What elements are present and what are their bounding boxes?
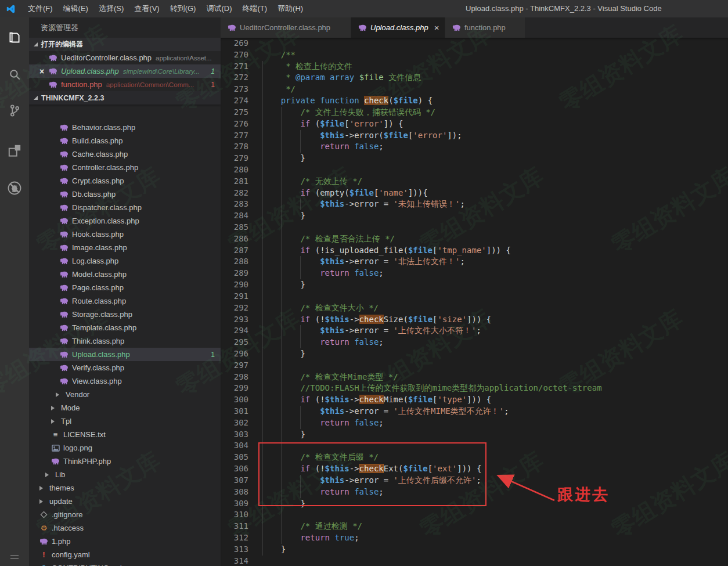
code-line[interactable]: 270 /** bbox=[221, 49, 728, 61]
workspace-root-header[interactable]: THINKCMFX_2.2.3 bbox=[29, 91, 221, 104]
code-line[interactable]: 282 if (empty($file['name'])){ bbox=[221, 188, 728, 199]
code-line[interactable]: 303 } bbox=[221, 429, 728, 441]
code-line[interactable]: 297 bbox=[221, 360, 728, 372]
open-editor-UeditorController.class.php[interactable]: UeditorController.class.phpapplication\A… bbox=[29, 51, 221, 64]
code-line[interactable]: 290 } bbox=[221, 279, 728, 291]
code-line[interactable]: 296 } bbox=[221, 348, 728, 360]
code-line[interactable]: 314 bbox=[221, 556, 728, 566]
tree-item-Mode[interactable]: Mode bbox=[29, 401, 221, 414]
tree-item-1.php[interactable]: 1.php bbox=[29, 535, 221, 548]
tree-item-Vendor[interactable]: Vendor bbox=[29, 388, 221, 401]
code-line[interactable]: 281 /* 无效上传 */ bbox=[221, 176, 728, 188]
tree-item-CONTRIBUTING.md[interactable]: CONTRIBUTING.md bbox=[29, 561, 221, 566]
code-line[interactable]: 292 /* 检查文件大小 */ bbox=[221, 302, 728, 314]
menu-item[interactable]: 选择(S) bbox=[93, 0, 129, 17]
close-icon[interactable]: × bbox=[434, 23, 439, 33]
tree-item-ThinkPHP.php[interactable]: ThinkPHP.php bbox=[29, 455, 221, 468]
code-line[interactable]: 301 $this->error = '上传文件MIME类型不允许！'; bbox=[221, 406, 728, 417]
debug-icon[interactable] bbox=[0, 174, 29, 202]
tree-item-Route.class.php[interactable]: Route.class.php bbox=[29, 294, 221, 308]
close-icon[interactable]: × bbox=[37, 67, 46, 76]
extensions-icon[interactable] bbox=[0, 137, 29, 165]
menu-item[interactable]: 帮助(H) bbox=[272, 0, 308, 17]
tree-item-View.class.php[interactable]: View.class.php bbox=[29, 374, 221, 388]
source-control-icon[interactable] bbox=[0, 96, 29, 124]
tree-item-themes[interactable]: themes bbox=[29, 481, 221, 495]
code-line[interactable]: 269 bbox=[221, 38, 728, 49]
code-line[interactable]: 311 /* 通过检测 */ bbox=[221, 521, 728, 532]
code-line[interactable]: 278 return false; bbox=[221, 141, 728, 153]
code-line[interactable]: 310 bbox=[221, 509, 728, 521]
menu-item[interactable]: 终端(T) bbox=[237, 0, 272, 17]
tree-item-Storage.class.php[interactable]: Storage.class.php bbox=[29, 308, 221, 321]
tree-item-Log.class.php[interactable]: Log.class.php bbox=[29, 254, 221, 268]
code-line[interactable]: 291 bbox=[221, 291, 728, 302]
tree-item-Lib[interactable]: Lib bbox=[29, 468, 221, 481]
code-token: private bbox=[281, 96, 315, 105]
code-line[interactable]: 276 if ($file['error']) { bbox=[221, 118, 728, 130]
code-line[interactable]: 273 */ bbox=[221, 84, 728, 95]
code-line[interactable]: 280 bbox=[221, 164, 728, 176]
tree-item-Model.class.php[interactable]: Model.class.php bbox=[29, 268, 221, 281]
code-line[interactable]: 283 $this->error = '未知上传错误！'; bbox=[221, 199, 728, 210]
code-line[interactable]: 271 * 检查上传的文件 bbox=[221, 61, 728, 73]
tree-item-Behavior.class.php[interactable]: Behavior.class.php bbox=[29, 121, 221, 134]
menu-item[interactable]: 文件(F) bbox=[23, 0, 58, 17]
partial-icon[interactable] bbox=[0, 546, 29, 566]
code-token: 'type' bbox=[438, 395, 467, 404]
menu-item[interactable]: 转到(G) bbox=[165, 0, 201, 17]
tree-item-Dispatcher.class.php[interactable]: Dispatcher.class.php bbox=[29, 201, 221, 214]
tree-item-Exception.class.php[interactable]: Exception.class.php bbox=[29, 214, 221, 228]
tree-item-Image.class.php[interactable]: Image.class.php bbox=[29, 241, 221, 254]
search-icon[interactable] bbox=[0, 60, 29, 88]
code-line[interactable]: 277 $this->error($file['error']); bbox=[221, 130, 728, 142]
code-line[interactable]: 287 if (!is_uploaded_file($file['tmp_nam… bbox=[221, 245, 728, 257]
tree-item-Tpl[interactable]: Tpl bbox=[29, 414, 221, 428]
open-editors-header[interactable]: 打开的编辑器 bbox=[29, 38, 221, 51]
tree-item-Cache.class.php[interactable]: Cache.class.php bbox=[29, 147, 221, 161]
tree-item-.htaccess[interactable]: ⚙.htaccess bbox=[29, 521, 221, 535]
code-line[interactable]: 279 } bbox=[221, 153, 728, 164]
code-line[interactable]: 275 /* 文件上传失败，捕获错误代码 */ bbox=[221, 107, 728, 118]
menu-item[interactable]: 调试(D) bbox=[201, 0, 237, 17]
code-line[interactable]: 285 bbox=[221, 222, 728, 233]
tree-item-Hook.class.php[interactable]: Hook.class.php bbox=[29, 228, 221, 241]
tree-item-Verify.class.php[interactable]: Verify.class.php bbox=[29, 361, 221, 374]
menu-item[interactable]: 编辑(E) bbox=[58, 0, 93, 17]
tree-item-update[interactable]: update bbox=[29, 495, 221, 508]
tree-item-Controller.class.php[interactable]: Controller.class.php bbox=[29, 161, 221, 174]
code-line[interactable]: 272 * @param array $file 文件信息 bbox=[221, 72, 728, 84]
code-line[interactable]: 300 if (!$this->checkMime($file['type'])… bbox=[221, 394, 728, 406]
menu-item[interactable]: 查看(V) bbox=[129, 0, 164, 17]
tree-item-logo.png[interactable]: logo.png bbox=[29, 441, 221, 455]
tree-item-Db.class.php[interactable]: Db.class.php bbox=[29, 188, 221, 201]
code-line[interactable]: 284 } bbox=[221, 210, 728, 222]
code-line[interactable]: 302 return false; bbox=[221, 417, 728, 429]
tree-item-Build.class.php[interactable]: Build.class.php bbox=[29, 134, 221, 147]
tree-item-Page.class.php[interactable]: Page.class.php bbox=[29, 281, 221, 294]
tree-item-Crypt.class.php[interactable]: Crypt.class.php bbox=[29, 174, 221, 188]
tree-item-Template.class.php[interactable]: Template.class.php bbox=[29, 321, 221, 334]
code-line[interactable]: 313 } bbox=[221, 544, 728, 556]
code-line[interactable]: 312 return true; bbox=[221, 532, 728, 544]
tree-item-Upload.class.php[interactable]: Upload.class.php1 bbox=[29, 348, 221, 361]
code-line[interactable]: 274 private function check($file) { bbox=[221, 95, 728, 107]
tab-UeditorController.class.php[interactable]: UeditorController.class.php bbox=[221, 17, 351, 38]
tab-function.php[interactable]: function.php bbox=[445, 17, 525, 38]
code-line[interactable]: 294 $this->error = '上传文件大小不符！'; bbox=[221, 325, 728, 337]
tree-item-Think.class.php[interactable]: Think.class.php bbox=[29, 334, 221, 348]
tree-item-config.yaml[interactable]: !config.yaml bbox=[29, 548, 221, 561]
open-editor-Upload.class.php[interactable]: ×Upload.class.phpsimplewind\Core\Library… bbox=[29, 64, 221, 78]
code-line[interactable]: 289 return false; bbox=[221, 268, 728, 279]
code-line[interactable]: 288 $this->error = '非法上传文件！'; bbox=[221, 256, 728, 268]
code-line[interactable]: 298 /* 检查文件Mime类型 */ bbox=[221, 372, 728, 383]
tree-item-.gitignore[interactable]: .gitignore bbox=[29, 508, 221, 521]
tab-Upload.class.php[interactable]: Upload.class.php× bbox=[351, 17, 445, 38]
code-line[interactable]: 299 //TODO:FLASH上传的文件获取到的mime类型都为applica… bbox=[221, 383, 728, 394]
tree-item-LICENSE.txt[interactable]: ≡LICENSE.txt bbox=[29, 428, 221, 441]
explorer-icon[interactable] bbox=[0, 24, 29, 52]
code-line[interactable]: 286 /* 检查是否合法上传 */ bbox=[221, 233, 728, 245]
code-line[interactable]: 293 if (!$this->checkSize($file['size'])… bbox=[221, 314, 728, 326]
open-editor-function.php[interactable]: function.phpapplication\Common\Comm...1 bbox=[29, 78, 221, 91]
code-line[interactable]: 295 return false; bbox=[221, 337, 728, 348]
